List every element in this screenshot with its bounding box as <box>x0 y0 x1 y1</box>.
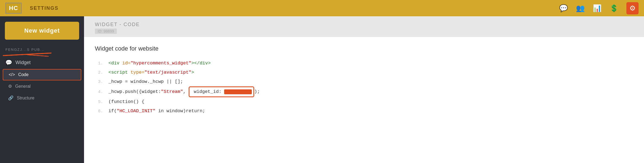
code-line-1: 1. <div id="hypercomments_widget"></div> <box>95 59 633 68</box>
sidebar-widget-group: 💬 Widget <box>0 56 84 69</box>
content-body: Widget code for website 1. <div id="hype… <box>84 37 644 163</box>
header-icon-group: 💬 👥 📊 💲 ⚙ <box>559 2 639 14</box>
content-title: WIDGET - CODE <box>95 22 633 27</box>
sidebar-item-structure[interactable]: 🔗 Structure <box>0 92 84 104</box>
code-line-6: 6. if("HC_LOAD_INIT" in window)return; <box>95 106 633 116</box>
content-id: ID: 98899 <box>95 29 117 34</box>
content-header: WIDGET - CODE ID: 98899 <box>84 16 644 37</box>
line-content-6: if("HC_LOAD_INIT" in window)return; <box>108 106 205 116</box>
main-layout: New widget FENGZJ...S PUB... 💬 Widget </… <box>0 16 644 163</box>
sidebar-section-label: FENGZJ...S PUB... <box>0 45 84 56</box>
code-section-title: Widget code for website <box>95 45 633 52</box>
sidebar-item-general[interactable]: ⚙ General <box>0 80 84 92</box>
users-icon[interactable]: 👥 <box>576 4 585 12</box>
line-content-2: <script type="text/javascript"> <box>108 68 194 77</box>
sidebar-item-general-label: General <box>15 84 31 89</box>
sidebar-item-code-label: Code <box>18 72 28 77</box>
code-icon: </> <box>9 72 15 77</box>
code-line-3: 3. _hcwp = window._hcwp || []; <box>95 77 633 86</box>
code-line-2: 2. <script type="text/javascript"> <box>95 68 633 77</box>
code-line-5: 5. (function() { <box>95 97 633 106</box>
dollar-icon[interactable]: 💲 <box>610 4 618 12</box>
line-content-1: <div id="hypercomments_widget"></div> <box>108 59 211 68</box>
top-header: HC SETTINGS 💬 👥 📊 💲 ⚙ <box>0 0 644 16</box>
line-num-3: 3. <box>95 78 103 86</box>
structure-icon: 🔗 <box>8 95 14 101</box>
line-num-1: 1. <box>95 59 103 68</box>
sidebar: New widget FENGZJ...S PUB... 💬 Widget </… <box>0 16 84 163</box>
logo: HC <box>5 3 22 14</box>
widget-id-redacted <box>224 89 252 94</box>
widget-group-icon: 💬 <box>5 59 12 66</box>
code-block: 1. <div id="hypercomments_widget"></div>… <box>95 59 633 116</box>
general-icon: ⚙ <box>8 84 12 89</box>
line-num-5: 5. <box>95 98 103 106</box>
new-widget-button[interactable]: New widget <box>5 22 79 40</box>
sidebar-item-structure-label: Structure <box>17 96 34 101</box>
line-num-2: 2. <box>95 69 103 77</box>
header-title: SETTINGS <box>30 5 59 11</box>
line-content-3: _hcwp = window._hcwp || []; <box>108 77 183 86</box>
settings-icon[interactable]: ⚙ <box>626 2 639 14</box>
line-content-4: _hcwp.push({widget:"Stream", widget_id: … <box>108 86 260 97</box>
line-num-4: 4. <box>95 88 103 96</box>
sidebar-item-code[interactable]: </> Code <box>3 69 81 80</box>
widget-id-highlight: widget_id: <box>189 86 254 97</box>
chart-icon[interactable]: 📊 <box>593 4 601 12</box>
code-line-4: 4. _hcwp.push({widget:"Stream", widget_i… <box>95 86 633 97</box>
sidebar-group-label: Widget <box>15 60 31 65</box>
content-area: WIDGET - CODE ID: 98899 Widget code for … <box>84 16 644 163</box>
line-num-6: 6. <box>95 107 103 115</box>
line-content-5: (function() { <box>108 97 144 106</box>
chat-icon[interactable]: 💬 <box>559 4 568 12</box>
